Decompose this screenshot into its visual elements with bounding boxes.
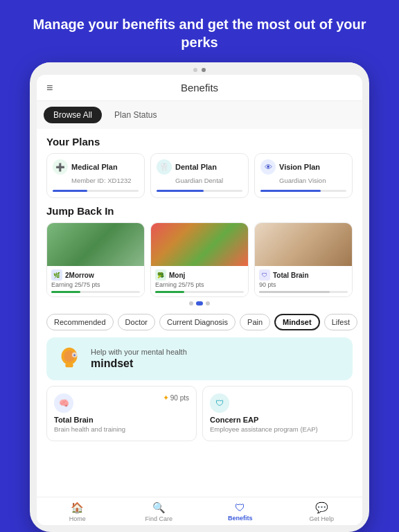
nav-get-help-label: Get Help (309, 515, 334, 522)
vision-plan-card[interactable]: 👁 Vision Plan Guardian Vision (254, 153, 353, 198)
nav-find-care-label: Find Care (145, 515, 172, 522)
carousel-dot-2 (196, 301, 203, 305)
medical-plan-sub: Member ID: XD1232 (71, 177, 139, 184)
app-screen: ≡ Benefits Browse All Plan Status Your P… (37, 75, 362, 525)
dental-plan-card[interactable]: 🦷 Dental Plan Guardian Dental (150, 153, 249, 198)
head-silhouette-icon: ✦ (56, 346, 82, 372)
benefit-card-totalbrain[interactable]: 🧠 ✦ 90 pts Total Brain Brain health and … (46, 386, 197, 441)
monj-pts: Earning 25/75 pts (155, 281, 244, 288)
medical-plan-icon: ➕ (53, 159, 68, 175)
filter-current-diagnosis[interactable]: Current Diagnosis (159, 314, 236, 330)
concern-eap-desc: Employee assistance program (EAP) (210, 425, 345, 434)
dental-plan-name: Dental Plan (175, 163, 217, 171)
medical-plan-name: Medical Plan (71, 163, 118, 171)
plans-row: ➕ Medical Plan Member ID: XD1232 🦷 Denta… (46, 153, 353, 198)
filter-doctor[interactable]: Doctor (118, 314, 155, 330)
concern-eap-icon: 🛡 (210, 393, 229, 413)
jump-img-2morrow (47, 223, 144, 266)
mindset-main-text: mindset (91, 357, 187, 370)
jump-img-monj (151, 223, 248, 266)
dental-plan-icon: 🦷 (157, 159, 172, 175)
mindset-banner-text: Help with your mental health mindset (91, 348, 187, 370)
totalbrain-benefit-icon: 🧠 (54, 393, 73, 413)
nav-find-care[interactable]: 🔍 Find Care (118, 502, 200, 522)
app-title: Benefits (181, 82, 218, 94)
totalbrain-pts-badge: ✦ 90 pts (163, 393, 189, 402)
benefit-card-concern-eap[interactable]: 🛡 Concern EAP Employee assistance progra… (202, 386, 353, 441)
find-care-icon: 🔍 (152, 502, 166, 514)
filter-pain[interactable]: Pain (240, 314, 270, 330)
totalbrain-pts: 90 pts (259, 281, 348, 288)
vision-plan-name: Vision Plan (279, 163, 320, 171)
jump-card-totalbrain[interactable]: 🛡 Total Brain 90 pts (254, 222, 353, 297)
carousel-dot-1 (189, 301, 193, 305)
totalbrain-name: Total Brain (273, 272, 308, 279)
vision-plan-icon: 👁 (260, 159, 276, 175)
bottom-nav: 🏠 Home 🔍 Find Care 🛡 Benefits 💬 Get Help (37, 497, 362, 525)
app-header: ≡ Benefits (37, 75, 362, 101)
monj-name: Monj (169, 272, 185, 279)
vision-plan-sub: Guardian Vision (279, 177, 346, 184)
jump-back-title: Jump Back In (46, 205, 353, 217)
2morrow-pts: Earning 25/75 pts (51, 281, 140, 288)
dental-plan-sub: Guardian Dental (175, 177, 242, 184)
mindset-banner[interactable]: ✦ Help with your mental health mindset (46, 337, 353, 380)
nav-benefits[interactable]: 🛡 Benefits (200, 502, 281, 522)
jump-card-monj[interactable]: 🥦 Monj Earning 25/75 pts (150, 222, 249, 297)
filter-recommended[interactable]: Recommended (46, 314, 114, 330)
2morrow-icon: 🌿 (51, 269, 62, 281)
tab-plan-status[interactable]: Plan Status (105, 107, 166, 123)
nav-home-label: Home (69, 515, 86, 522)
home-icon: 🏠 (71, 502, 84, 514)
medical-plan-card[interactable]: ➕ Medical Plan Member ID: XD1232 (46, 153, 145, 198)
filter-row: Recommended Doctor Current Diagnosis Pai… (37, 310, 362, 335)
tabs-row: Browse All Plan Status (37, 101, 362, 129)
2morrow-name: 2Morrow (65, 272, 94, 279)
jump-back-section: Jump Back In 🌿 2Morrow Earning 25/75 pts (37, 201, 362, 310)
nav-benefits-label: Benefits (228, 515, 253, 522)
filter-mindset[interactable]: Mindset (274, 314, 320, 330)
your-plans-section: Your Plans ➕ Medical Plan Member ID: XD1… (37, 129, 362, 201)
benefits-nav-icon: 🛡 (235, 502, 245, 513)
totalbrain-benefit-name: Total Brain (54, 416, 189, 424)
page-header: Manage your benefits and get the most ou… (0, 0, 399, 62)
dot-1 (193, 68, 197, 72)
benefit-list: 🧠 ✦ 90 pts Total Brain Brain health and … (37, 384, 362, 445)
svg-rect-2 (65, 364, 73, 368)
monj-icon: 🥦 (155, 269, 166, 281)
tab-browse-all[interactable]: Browse All (44, 107, 102, 123)
menu-icon[interactable]: ≡ (46, 82, 53, 94)
concern-eap-name: Concern EAP (210, 416, 345, 424)
totalbrain-benefit-desc: Brain health and training (54, 425, 189, 434)
carousel-dots (46, 297, 353, 307)
device-top-bar (30, 62, 369, 75)
svg-text:✦: ✦ (73, 353, 76, 357)
your-plans-title: Your Plans (46, 136, 353, 148)
dot-2 (202, 68, 206, 72)
jump-card-2morrow[interactable]: 🌿 2Morrow Earning 25/75 pts (46, 222, 145, 297)
carousel-dot-3 (206, 301, 210, 305)
filter-lifestyle[interactable]: Lifest (324, 314, 357, 330)
get-help-icon: 💬 (315, 502, 328, 514)
totalbrain-icon: 🛡 (259, 269, 270, 281)
device-frame: ≡ Benefits Browse All Plan Status Your P… (30, 62, 369, 532)
nav-home[interactable]: 🏠 Home (37, 502, 118, 522)
nav-get-help[interactable]: 💬 Get Help (281, 502, 363, 522)
mindset-help-text: Help with your mental health (91, 348, 187, 356)
jump-cards-row: 🌿 2Morrow Earning 25/75 pts 🥦 Monj (46, 222, 353, 297)
jump-img-totalbrain (255, 223, 352, 266)
